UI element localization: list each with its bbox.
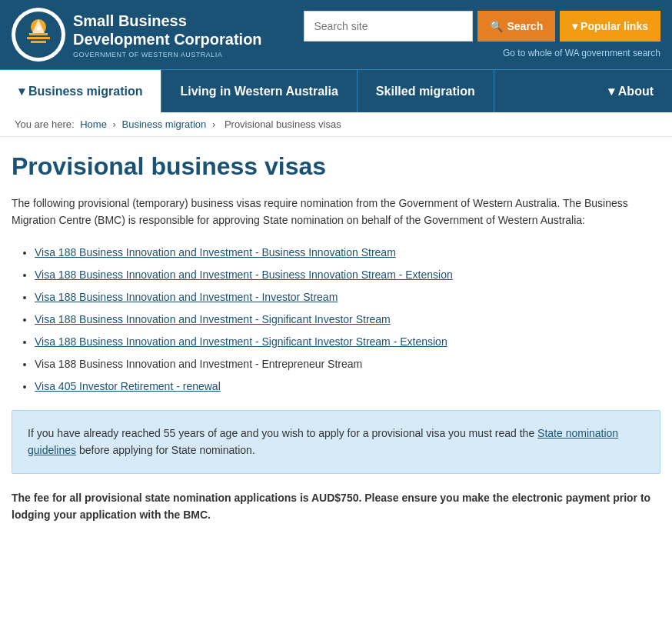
search-icon: 🔍: [490, 20, 503, 32]
svg-rect-5: [31, 41, 46, 43]
list-item: Visa 188 Business Innovation and Investm…: [35, 289, 660, 305]
breadcrumb-separator-2: ›: [212, 118, 218, 130]
search-button[interactable]: 🔍 Search: [477, 11, 555, 42]
main-nav: ▾ Business migration Living in Western A…: [0, 69, 672, 112]
nav-label-about: About: [618, 85, 654, 98]
intro-paragraph: The following provisional (temporary) bu…: [12, 195, 660, 229]
breadcrumb: You are here: Home › Business migration …: [0, 112, 672, 137]
popular-links-label: Popular links: [581, 20, 648, 32]
fee-notice-text: The fee for all provisional state nomina…: [12, 492, 650, 521]
breadcrumb-current: Provisional business visas: [225, 118, 341, 130]
visa-link-5[interactable]: Visa 188 Business Innovation and Investm…: [35, 335, 447, 348]
main-content: Provisional business visas The following…: [0, 137, 672, 546]
chevron-down-icon-about: ▾: [608, 84, 614, 98]
visa-list: Visa 188 Business Innovation and Investm…: [35, 245, 660, 395]
search-button-label: Search: [507, 20, 543, 32]
wa-search-link[interactable]: Go to whole of WA government search: [503, 48, 660, 58]
info-text-before: If you have already reached 55 years of …: [28, 427, 537, 439]
nav-item-about[interactable]: ▾ About: [590, 70, 672, 112]
svg-rect-4: [27, 37, 50, 39]
visa-text-6: Visa 188 Business Innovation and Investm…: [35, 358, 362, 370]
list-item: Visa 188 Business Innovation and Investm…: [35, 312, 660, 328]
visa-link-4[interactable]: Visa 188 Business Innovation and Investm…: [35, 313, 391, 325]
search-row: 🔍 Search ▾ Popular links: [304, 11, 660, 42]
breadcrumb-separator-1: ›: [113, 118, 119, 130]
visa-link-3[interactable]: Visa 188 Business Innovation and Investm…: [35, 291, 338, 303]
nav-item-living[interactable]: Living in Western Australia: [161, 70, 357, 112]
page-title: Provisional business visas: [12, 152, 660, 181]
org-sub-name: Development Corporation: [73, 30, 262, 48]
visa-link-2[interactable]: Visa 188 Business Innovation and Investm…: [35, 268, 453, 281]
popular-links-button[interactable]: ▾ Popular links: [560, 11, 660, 42]
you-are-here-label: You are here:: [15, 118, 75, 130]
svg-rect-3: [29, 33, 48, 35]
breadcrumb-parent[interactable]: Business migration: [121, 118, 206, 130]
site-header: ★ Small Business Development Corporation…: [0, 0, 672, 69]
list-item: Visa 405 Investor Retirement - renewal: [35, 379, 660, 395]
nav-item-skilled-migration[interactable]: Skilled migration: [358, 70, 494, 112]
search-input[interactable]: [304, 11, 473, 42]
header-controls: 🔍 Search ▾ Popular links Go to whole of …: [304, 11, 660, 58]
logo-emblem: ★: [12, 8, 65, 62]
chevron-down-icon: ▾: [18, 84, 25, 98]
fee-notice: The fee for all provisional state nomina…: [12, 489, 660, 524]
logo-area: ★ Small Business Development Corporation…: [12, 8, 262, 62]
nav-label-business-migration: Business migration: [28, 85, 142, 98]
list-item: Visa 188 Business Innovation and Investm…: [35, 356, 660, 372]
gov-text: GOVERNMENT OF WESTERN AUSTRALIA: [73, 51, 262, 58]
visa-link-7[interactable]: Visa 405 Investor Retirement - renewal: [35, 380, 221, 392]
visa-link-1[interactable]: Visa 188 Business Innovation and Investm…: [35, 246, 396, 258]
chevron-down-icon: ▾: [572, 20, 581, 32]
svg-text:★: ★: [35, 25, 42, 32]
list-item: Visa 188 Business Innovation and Investm…: [35, 334, 660, 350]
info-text-after: before applying for State nomination.: [76, 444, 255, 456]
breadcrumb-home[interactable]: Home: [80, 118, 107, 130]
org-main-name: Small Business: [73, 12, 262, 30]
nav-item-business-migration[interactable]: ▾ Business migration: [0, 70, 161, 112]
info-box: If you have already reached 55 years of …: [12, 410, 660, 474]
org-name-area: Small Business Development Corporation G…: [73, 12, 262, 58]
nav-label-skilled-migration: Skilled migration: [376, 85, 475, 98]
list-item: Visa 188 Business Innovation and Investm…: [35, 245, 660, 261]
nav-label-living: Living in Western Australia: [180, 85, 338, 98]
list-item: Visa 188 Business Innovation and Investm…: [35, 267, 660, 283]
